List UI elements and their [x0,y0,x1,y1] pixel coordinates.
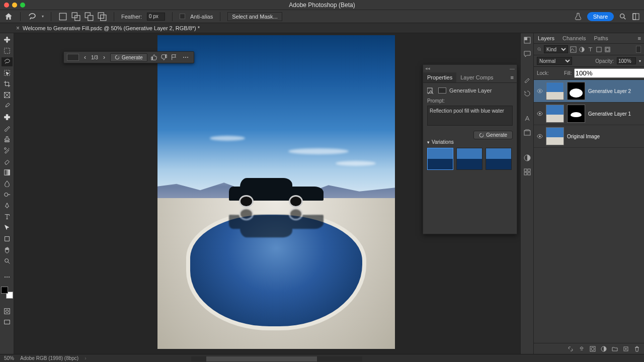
lasso-tool[interactable] [2,57,13,66]
history-panel-icon[interactable] [523,89,531,98]
lasso-tool-icon[interactable] [28,12,37,21]
quick-mask-icon[interactable] [2,307,13,316]
properties-panel[interactable]: ◂◂ — Properties Layer Comps ≡ Generative… [423,64,517,234]
stamp-tool[interactable] [2,135,13,144]
layer-name[interactable]: Generative Layer 1 [588,111,631,117]
window-minimize-button[interactable] [12,3,17,8]
layer-thumbnail[interactable] [546,127,564,145]
color-profile[interactable]: Adobe RGB (1998) (8bpc) [20,355,78,361]
variation-thumbnail[interactable] [456,148,482,170]
canvas-area[interactable]: ‹ 1/3 › Generate ⋯ ◂◂ — Properties Layer… [14,33,520,354]
zoom-tool[interactable] [2,256,13,265]
panel-collapse-icon[interactable]: ◂◂ [425,66,430,71]
more-options-icon[interactable]: ⋯ [181,54,191,61]
filter-search-icon[interactable] [537,47,542,52]
thumbs-up-icon[interactable] [150,54,157,61]
visibility-toggle-icon[interactable] [537,111,543,117]
gradient-tool[interactable] [2,168,13,177]
filter-smart-icon[interactable] [604,46,611,53]
properties-tab[interactable]: Properties [423,72,456,82]
selection-add-icon[interactable] [71,12,80,21]
home-icon[interactable] [4,12,13,21]
opacity-input[interactable] [617,57,636,64]
crop-tool[interactable] [2,79,13,88]
variation-thumbnail[interactable] [427,148,453,170]
variation-prev-icon[interactable]: ‹ [82,54,88,61]
pen-tool[interactable] [2,201,13,210]
variations-header[interactable]: Variations [427,139,513,145]
window-zoom-button[interactable] [20,3,25,8]
selection-subtract-icon[interactable] [85,12,94,21]
layer-row[interactable]: Generative Layer 1 [534,103,644,125]
shape-tool[interactable] [2,234,13,243]
layer-name[interactable]: Generative Layer 2 [588,88,631,94]
zoom-level[interactable]: 50% [4,355,14,361]
blur-tool[interactable] [2,179,13,188]
layer-row[interactable]: Generative Layer 2 [534,80,644,103]
edit-toolbar-icon[interactable]: ⋯ [2,273,13,282]
workspace-icon[interactable] [632,13,640,21]
visibility-toggle-icon[interactable] [537,133,543,139]
generative-prompt-input[interactable] [67,54,79,61]
delete-layer-icon[interactable] [634,346,640,352]
filter-pixel-icon[interactable] [570,46,577,53]
eraser-tool[interactable] [2,157,13,166]
history-brush-tool[interactable] [2,146,13,155]
beaker-icon[interactable] [574,13,582,21]
brush-tool[interactable] [2,124,13,133]
document-canvas[interactable] [157,35,395,349]
screen-mode-icon[interactable] [2,318,13,327]
mask-thumb-icon[interactable] [438,87,446,94]
filter-adjustment-icon[interactable] [579,46,585,53]
brushes-panel-icon[interactable] [523,75,531,83]
move-tool[interactable] [2,35,13,44]
color-panel-icon[interactable] [523,36,531,44]
hand-tool[interactable] [2,245,13,254]
dodge-tool[interactable] [2,190,13,199]
layers-panel-menu-icon[interactable]: ≡ [635,33,644,43]
adjustments-panel-icon[interactable] [523,154,531,162]
thumbs-down-icon[interactable] [160,54,168,61]
layer-mask-icon[interactable] [590,346,596,352]
layers-tab[interactable]: Layers [534,33,558,43]
layer-name[interactable]: Original Image [567,134,600,139]
paths-tab[interactable]: Paths [590,33,612,43]
document-tab[interactable]: Welcome to Generative Fill.psdc @ 50% (G… [16,25,200,32]
variation-next-icon[interactable]: › [101,54,107,61]
libraries-panel-icon[interactable] [523,129,531,137]
character-panel-icon[interactable] [523,115,531,123]
type-tool[interactable] [2,212,13,221]
layer-thumbnail[interactable] [546,105,564,123]
channels-tab[interactable]: Channels [558,33,590,43]
adjustment-layer-icon[interactable] [601,346,607,352]
selection-intersect-icon[interactable] [98,12,107,21]
layer-style-icon[interactable] [579,346,585,352]
color-swatches[interactable] [1,287,13,299]
panel-close-icon[interactable]: — [510,66,515,71]
layer-mask-thumbnail[interactable] [567,82,585,100]
variation-thumbnail[interactable] [486,148,512,170]
share-button[interactable]: Share [587,12,614,21]
prompt-textarea[interactable]: Reflection pool fill with blue water [427,106,513,126]
filter-type-icon[interactable] [587,46,594,53]
frame-tool[interactable] [2,90,13,100]
window-close-button[interactable] [4,3,9,8]
layer-comps-tab[interactable]: Layer Comps [456,72,497,82]
selection-new-icon[interactable] [58,12,67,21]
filter-shape-icon[interactable] [596,46,602,53]
marquee-tool[interactable] [2,46,13,55]
status-chevron-icon[interactable]: › [85,355,86,361]
visibility-toggle-icon[interactable] [537,88,543,94]
fill-input[interactable] [574,68,644,78]
properties-generate-button[interactable]: Generate [473,131,513,139]
feather-input[interactable] [147,13,165,21]
link-layers-icon[interactable] [568,346,574,352]
flag-icon[interactable] [171,54,178,61]
search-icon[interactable] [619,13,627,21]
panel-menu-icon[interactable]: ≡ [508,72,517,82]
horizontal-scrollbar[interactable] [191,356,362,361]
new-layer-icon[interactable] [623,346,629,352]
select-and-mask-button[interactable]: Select and Mask... [227,12,282,21]
filter-kind-select[interactable]: Kind [544,45,568,53]
path-selection-tool[interactable] [2,223,13,232]
